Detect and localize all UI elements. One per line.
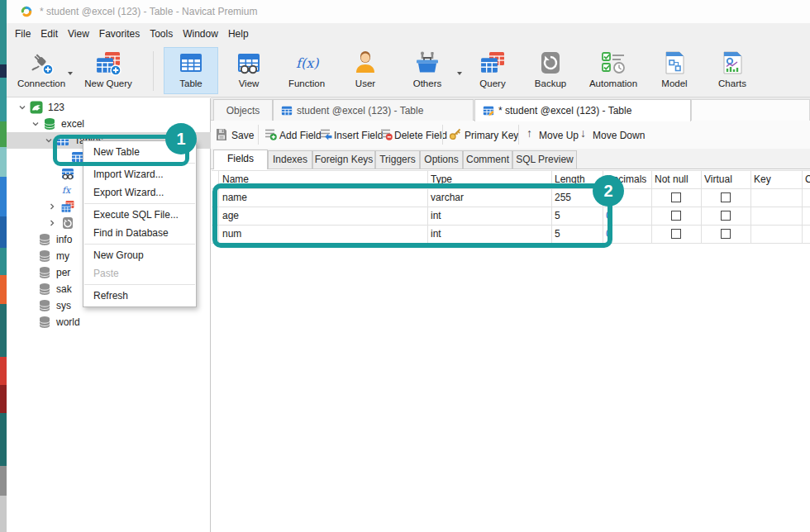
column-header-name[interactable]: Name [222, 173, 249, 185]
automation-button[interactable]: Automation [580, 47, 646, 94]
tab-sql-preview[interactable]: SQL Preview [512, 150, 577, 169]
primary-key-button[interactable]: Primary Key [465, 130, 518, 141]
menu-separator [84, 284, 195, 285]
new-query-icon [95, 50, 122, 76]
desktop-background-strip [0, 0, 7, 532]
insert-field-icon[interactable] [319, 127, 332, 140]
add-field-icon[interactable] [264, 127, 277, 140]
view-label: View [226, 78, 272, 88]
column-header-length[interactable]: Length [555, 173, 585, 185]
annotation-step-1: 1 [165, 123, 197, 154]
cell-type[interactable]: varchar [431, 192, 464, 203]
tab-label: * student @excel (123) - Table [498, 105, 631, 116]
menu-tools[interactable]: Tools [145, 23, 178, 45]
tab-triggers[interactable]: Triggers [375, 150, 420, 169]
chevron-right-icon[interactable] [48, 202, 56, 211]
menu-item-new-group[interactable]: New Group [83, 246, 196, 264]
chevron-down-icon[interactable] [31, 120, 40, 128]
menu-view[interactable]: View [63, 23, 94, 45]
menu-favorites[interactable]: Favorites [94, 23, 145, 45]
backup-button[interactable]: Backup [524, 47, 577, 94]
tab-fields[interactable]: Fields [213, 150, 268, 169]
not-null-checkbox[interactable] [671, 192, 681, 202]
save-icon[interactable] [215, 127, 228, 140]
cell-name[interactable]: age [222, 210, 239, 221]
move-down-icon[interactable]: ↓ [580, 126, 586, 140]
cell-type[interactable]: int [431, 210, 441, 221]
cell-decimals[interactable]: 0 [606, 210, 612, 221]
move-down-button[interactable]: Move Down [593, 130, 645, 141]
column-header-comment[interactable]: Comment [805, 173, 810, 185]
add-field-button[interactable]: Add Field [279, 130, 322, 141]
move-up-icon[interactable]: ↑ [526, 126, 532, 140]
menu-help[interactable]: Help [223, 23, 254, 45]
menu-item-import-wizard[interactable]: Import Wizard... [83, 165, 196, 183]
cell-name[interactable]: num [222, 228, 241, 240]
mysql-connection-icon [30, 101, 43, 114]
tables-folder-icon [56, 134, 69, 147]
title-bar[interactable]: * student @excel (123) - Table - Navicat… [7, 0, 810, 23]
column-header-not-null[interactable]: Not null [655, 173, 688, 185]
tab-comment[interactable]: Comment [463, 150, 512, 169]
query-button[interactable]: Query [466, 47, 519, 94]
view-button[interactable]: View [225, 47, 273, 94]
menu-item-execute-sql-file[interactable]: Execute SQL File... [83, 206, 196, 224]
function-button[interactable]: Function [278, 47, 336, 94]
not-null-checkbox[interactable] [671, 211, 681, 221]
user-button[interactable]: User [341, 47, 390, 94]
column-header-key[interactable]: Key [754, 173, 771, 185]
model-button[interactable]: Model [651, 47, 698, 94]
column-header-type[interactable]: Type [431, 173, 452, 185]
table-edit-icon [483, 105, 494, 116]
virtual-checkbox[interactable] [721, 211, 731, 221]
others-button[interactable]: Others [402, 47, 453, 94]
connection-dropdown-icon[interactable] [68, 72, 73, 75]
chevron-down-icon[interactable] [45, 136, 53, 145]
toolbar-separator [153, 51, 154, 91]
menu-item-refresh[interactable]: Refresh [83, 287, 196, 305]
tab-objects[interactable]: Objects [213, 99, 273, 121]
tab-student-table-edit[interactable]: * student @excel (123) - Table [474, 99, 691, 121]
tab-foreign-keys[interactable]: Foreign Keys [312, 150, 375, 169]
virtual-checkbox[interactable] [721, 192, 731, 202]
others-label: Others [403, 78, 452, 88]
cell-name[interactable]: name [222, 192, 247, 203]
not-null-checkbox[interactable] [671, 229, 681, 239]
tables-context-menu: New Table Import Wizard... Export Wizard… [83, 140, 197, 307]
primary-key-icon[interactable] [449, 127, 462, 140]
delete-field-button[interactable]: Delete Field [394, 130, 447, 141]
menu-item-find-in-database[interactable]: Find in Database [83, 224, 196, 242]
move-up-button[interactable]: Move Up [539, 130, 579, 141]
tree-label: sys [56, 300, 71, 311]
cell-length[interactable]: 5 [555, 210, 560, 221]
tab-bar-empty-area [691, 99, 810, 121]
navicat-logo-icon [20, 5, 33, 18]
cell-length[interactable]: 255 [555, 192, 571, 203]
chevron-right-icon[interactable] [48, 219, 56, 227]
insert-field-button[interactable]: Insert Field [334, 130, 383, 141]
tab-indexes[interactable]: Indexes [268, 150, 312, 169]
menu-window[interactable]: Window [178, 23, 223, 45]
new-query-button[interactable]: New Query [74, 47, 142, 94]
cell-decimals[interactable]: 0 [606, 228, 612, 240]
cell-type[interactable]: int [431, 228, 441, 240]
delete-field-icon[interactable] [379, 127, 393, 140]
tree-label: excel [61, 118, 84, 130]
tab-student-table[interactable]: student @excel (123) - Table [273, 99, 474, 121]
chevron-down-icon[interactable] [18, 103, 26, 112]
menu-item-export-wizard[interactable]: Export Wizard... [83, 183, 196, 202]
menu-edit[interactable]: Edit [36, 23, 63, 45]
column-header-virtual[interactable]: Virtual [704, 173, 732, 185]
toolbar-separator [442, 125, 443, 145]
tree-item-database-world[interactable]: world [7, 314, 211, 330]
connection-button[interactable]: Connection [12, 47, 71, 94]
menu-file[interactable]: File [10, 23, 36, 45]
others-dropdown-icon[interactable] [457, 72, 462, 75]
cell-length[interactable]: 5 [555, 228, 560, 240]
charts-button[interactable]: Charts [706, 47, 759, 94]
table-button[interactable]: Table [164, 47, 218, 94]
tree-item-connection-123[interactable]: 123 [7, 99, 211, 116]
virtual-checkbox[interactable] [721, 229, 731, 239]
save-button[interactable]: Save [231, 130, 254, 141]
tab-options[interactable]: Options [420, 150, 463, 169]
